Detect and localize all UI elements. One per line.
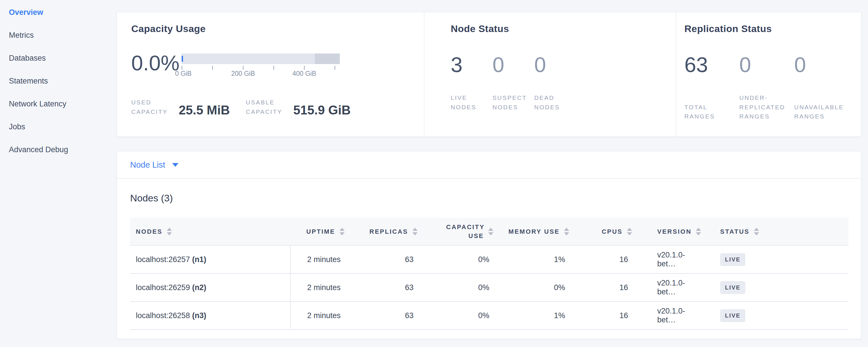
used-capacity-label: USED CAPACITY bbox=[131, 98, 175, 117]
axis-label-200gib: 200 GiB bbox=[231, 70, 255, 77]
cockroachdb-overview-page: Overview Metrics Databases Statements Ne… bbox=[0, 0, 868, 347]
status-badge: LIVE bbox=[720, 253, 745, 266]
node-version: v20.1.0-bet… bbox=[635, 246, 698, 274]
node-memory-use: 1% bbox=[496, 302, 572, 329]
chevron-down-icon bbox=[172, 163, 179, 167]
node-replicas: 63 bbox=[347, 274, 421, 302]
sort-icon bbox=[754, 228, 759, 235]
node-status-panel: Node Status 3 0 0 LIVE NODES SUSPECT NOD… bbox=[424, 12, 676, 136]
usable-capacity-value: 515.9 GiB bbox=[293, 104, 351, 117]
node-memory-use: 1% bbox=[496, 246, 572, 274]
node-status-title: Node Status bbox=[451, 23, 676, 34]
replication-status-panel: Replication Status 63 0 0 TOTAL RANGES U… bbox=[676, 12, 861, 136]
sort-icon bbox=[167, 228, 172, 235]
column-header-memory-use[interactable]: MEMORY USE bbox=[496, 218, 572, 246]
node-address[interactable]: localhost:26259 (n2) bbox=[130, 274, 290, 302]
live-nodes-count: 3 bbox=[451, 54, 493, 75]
sort-icon bbox=[696, 228, 701, 235]
node-status-cell: LIVE bbox=[698, 274, 848, 302]
column-header-uptime[interactable]: UPTIME bbox=[290, 218, 347, 246]
sort-icon bbox=[627, 228, 632, 235]
capacity-used-percentage: 0.0% bbox=[131, 53, 182, 74]
node-uptime: 2 minutes bbox=[290, 302, 347, 329]
unavailable-ranges-count: 0 bbox=[794, 54, 849, 75]
node-capacity-use: 0% bbox=[421, 246, 496, 274]
sort-icon bbox=[564, 228, 569, 235]
node-status-cell: LIVE bbox=[698, 246, 848, 274]
node-memory-use: 0% bbox=[496, 274, 572, 302]
node-list-dropdown[interactable]: Node List bbox=[130, 160, 179, 170]
node-uptime: 2 minutes bbox=[290, 274, 347, 302]
total-ranges-count: 63 bbox=[684, 54, 739, 75]
suspect-nodes-count: 0 bbox=[493, 54, 534, 75]
total-ranges-label: TOTAL RANGES bbox=[684, 103, 731, 121]
capacity-usable-bar bbox=[182, 54, 340, 64]
axis-label-400gib: 400 GiB bbox=[292, 70, 316, 77]
sidebar-item-network-latency[interactable]: Network Latency bbox=[9, 96, 117, 119]
node-status-cell: LIVE bbox=[698, 302, 848, 329]
sort-icon bbox=[488, 228, 493, 235]
node-cpus: 16 bbox=[572, 274, 635, 302]
column-header-version[interactable]: VERSION bbox=[635, 218, 698, 246]
status-badge: LIVE bbox=[720, 281, 745, 294]
node-list-dropdown-label: Node List bbox=[130, 160, 165, 170]
status-badge: LIVE bbox=[720, 309, 745, 322]
node-capacity-use: 0% bbox=[421, 274, 496, 302]
node-replicas: 63 bbox=[347, 302, 421, 329]
sidebar-item-advanced-debug[interactable]: Advanced Debug bbox=[9, 142, 117, 165]
capacity-other-segment bbox=[315, 54, 340, 64]
sort-icon bbox=[339, 228, 345, 235]
under-replicated-ranges-count: 0 bbox=[739, 54, 794, 75]
used-capacity-stat: USED CAPACITY 25.5 MiB bbox=[131, 98, 230, 117]
sidebar-item-databases[interactable]: Databases bbox=[9, 50, 117, 73]
dead-nodes-count: 0 bbox=[534, 54, 576, 75]
node-version: v20.1.0-bet… bbox=[635, 302, 698, 329]
view-selector-bar: Node List bbox=[117, 151, 861, 179]
used-capacity-value: 25.5 MiB bbox=[179, 104, 230, 117]
nodes-heading: Nodes (3) bbox=[130, 192, 848, 204]
column-header-status[interactable]: STATUS bbox=[698, 218, 848, 246]
usable-capacity-stat: USABLE CAPACITY 515.9 GiB bbox=[246, 98, 351, 117]
column-header-cpus[interactable]: CPUS bbox=[572, 218, 635, 246]
capacity-bar-chart: 0 GiB 200 GiB 400 GiB bbox=[182, 54, 340, 78]
node-replicas: 63 bbox=[347, 246, 421, 274]
capacity-axis-ticks bbox=[182, 64, 340, 70]
nodes-table-header-row: NODES UPTIME REPLICAS bbox=[130, 218, 848, 246]
cluster-summary-card: Capacity Usage 0.0% bbox=[117, 12, 861, 137]
node-list-card: Node List Nodes (3) NODES bbox=[117, 151, 861, 339]
sort-icon bbox=[412, 228, 417, 235]
sidebar: Overview Metrics Databases Statements Ne… bbox=[0, 0, 117, 347]
capacity-axis-labels: 0 GiB 200 GiB 400 GiB bbox=[182, 70, 340, 78]
node-cpus: 16 bbox=[572, 246, 635, 274]
node-address[interactable]: localhost:26257 (n1) bbox=[130, 246, 290, 274]
replication-status-title: Replication Status bbox=[684, 23, 861, 34]
node-version: v20.1.0-bet… bbox=[635, 274, 698, 302]
live-nodes-label: LIVE NODES bbox=[451, 93, 486, 112]
sidebar-item-jobs[interactable]: Jobs bbox=[9, 119, 117, 142]
nodes-section: Nodes (3) NODES UPTIME bbox=[117, 179, 861, 330]
dead-nodes-label: DEAD NODES bbox=[534, 93, 569, 112]
table-row-node-2[interactable]: localhost:26259 (n2) 2 minutes 63 0% 0% … bbox=[130, 274, 848, 302]
column-header-capacity-use[interactable]: CAPACITY USE bbox=[421, 218, 496, 246]
column-header-replicas[interactable]: REPLICAS bbox=[347, 218, 421, 246]
suspect-nodes-label: SUSPECT NODES bbox=[493, 93, 527, 112]
node-cpus: 16 bbox=[572, 302, 635, 329]
sidebar-item-metrics[interactable]: Metrics bbox=[9, 28, 117, 50]
unavailable-ranges-label: UNAVAILABLE RANGES bbox=[794, 103, 841, 121]
table-row-node-1[interactable]: localhost:26257 (n1) 2 minutes 63 0% 1% … bbox=[130, 246, 848, 274]
column-header-nodes[interactable]: NODES bbox=[130, 218, 290, 246]
table-row-node-3[interactable]: localhost:26258 (n3) 2 minutes 63 0% 1% … bbox=[130, 302, 848, 329]
axis-label-0gib: 0 GiB bbox=[175, 70, 192, 77]
capacity-usage-title: Capacity Usage bbox=[131, 23, 424, 34]
main-content: Capacity Usage 0.0% bbox=[117, 0, 868, 347]
sidebar-item-statements[interactable]: Statements bbox=[9, 73, 117, 96]
usable-capacity-label: USABLE CAPACITY bbox=[246, 98, 289, 117]
under-replicated-ranges-label: UNDER-REPLICATED RANGES bbox=[739, 93, 786, 121]
node-address[interactable]: localhost:26258 (n3) bbox=[130, 302, 290, 329]
sidebar-item-overview[interactable]: Overview bbox=[9, 5, 117, 28]
nodes-table: NODES UPTIME REPLICAS bbox=[130, 218, 848, 330]
capacity-usage-panel: Capacity Usage 0.0% bbox=[117, 12, 424, 136]
node-uptime: 2 minutes bbox=[290, 246, 347, 274]
node-capacity-use: 0% bbox=[421, 302, 496, 329]
capacity-used-segment bbox=[182, 56, 183, 62]
